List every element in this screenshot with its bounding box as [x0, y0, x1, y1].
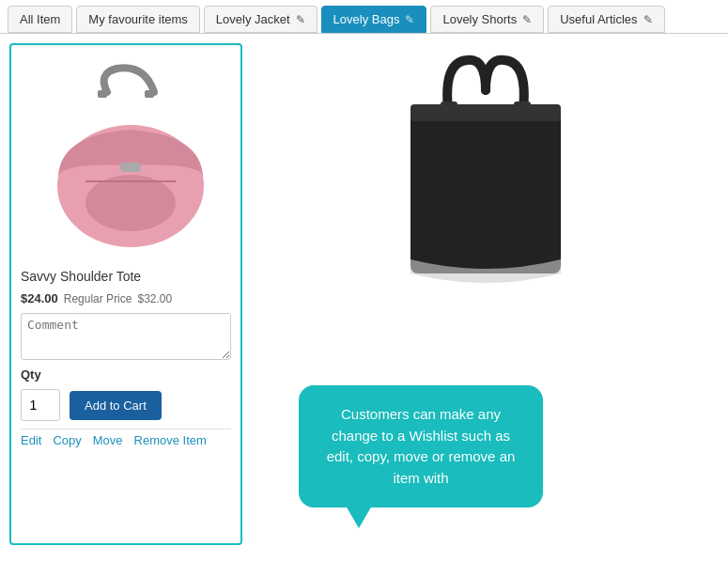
- bag-svg-pink: [41, 64, 210, 252]
- edit-icon: ✎: [296, 13, 305, 26]
- tab-useful-articles-label: Useful Articles: [560, 12, 637, 26]
- edit-icon: ✎: [643, 13, 653, 26]
- tab-all-item-label: All Item: [20, 12, 60, 26]
- tab-lovely-shorts-label: Lovely Shorts: [442, 12, 517, 26]
- svg-rect-5: [120, 163, 141, 172]
- svg-rect-7: [410, 104, 561, 121]
- edit-icon: ✎: [522, 13, 532, 26]
- tab-useful-articles[interactable]: Useful Articles ✎: [548, 6, 664, 33]
- svg-rect-3: [98, 90, 107, 98]
- qty-row: Add to Cart: [21, 389, 231, 421]
- edit-icon: ✎: [405, 13, 414, 26]
- regular-price-label-1: Regular Price: [64, 292, 132, 305]
- qty-input[interactable]: [21, 389, 60, 421]
- svg-rect-8: [441, 101, 457, 120]
- svg-rect-6: [410, 104, 561, 273]
- edit-link[interactable]: Edit: [21, 433, 41, 447]
- tab-all-item[interactable]: All Item: [8, 6, 72, 33]
- svg-point-1: [85, 175, 176, 231]
- svg-rect-9: [514, 101, 531, 120]
- tab-lovely-jacket-label: Lovely Jacket: [216, 12, 290, 26]
- sale-price-1: $24.00: [21, 291, 58, 305]
- copy-link[interactable]: Copy: [53, 433, 81, 447]
- qty-label: Qty: [21, 367, 231, 382]
- tab-my-favourite[interactable]: My favourite items: [76, 6, 199, 33]
- remove-item-link[interactable]: Remove Item: [134, 433, 207, 447]
- tab-my-favourite-label: My favourite items: [88, 12, 187, 26]
- product-image-2: [252, 43, 719, 306]
- tab-lovely-bags-label: Lovely Bags: [333, 12, 400, 26]
- card-actions: Edit Copy Move Remove Item: [21, 429, 231, 447]
- tab-bar: All Item My favourite items Lovely Jacke…: [0, 0, 728, 34]
- svg-rect-4: [145, 90, 154, 98]
- tab-lovely-shorts[interactable]: Lovely Shorts ✎: [430, 6, 544, 33]
- tooltip-text: Customers can make any change to a Wishl…: [327, 406, 516, 486]
- regular-price-1: $32.00: [137, 292, 172, 305]
- tab-lovely-jacket[interactable]: Lovely Jacket ✎: [204, 6, 318, 33]
- add-to-cart-button[interactable]: Add to Cart: [70, 391, 162, 420]
- comment-textarea[interactable]: [21, 313, 231, 360]
- product-card-1: Savvy Shoulder Tote $24.00 Regular Price…: [9, 43, 242, 545]
- tab-lovely-bags[interactable]: Lovely Bags ✎: [321, 6, 427, 33]
- main-content: Savvy Shoulder Tote $24.00 Regular Price…: [0, 34, 728, 554]
- move-link[interactable]: Move: [93, 433, 123, 447]
- bag-svg-black: [392, 53, 580, 297]
- product-image-1: [21, 55, 231, 261]
- price-row-1: $24.00 Regular Price $32.00: [21, 291, 231, 305]
- tooltip-bubble: Customers can make any change to a Wishl…: [299, 385, 543, 507]
- right-area: Customers can make any change to a Wishl…: [252, 43, 719, 545]
- product-name-1: Savvy Shoulder Tote: [21, 269, 231, 284]
